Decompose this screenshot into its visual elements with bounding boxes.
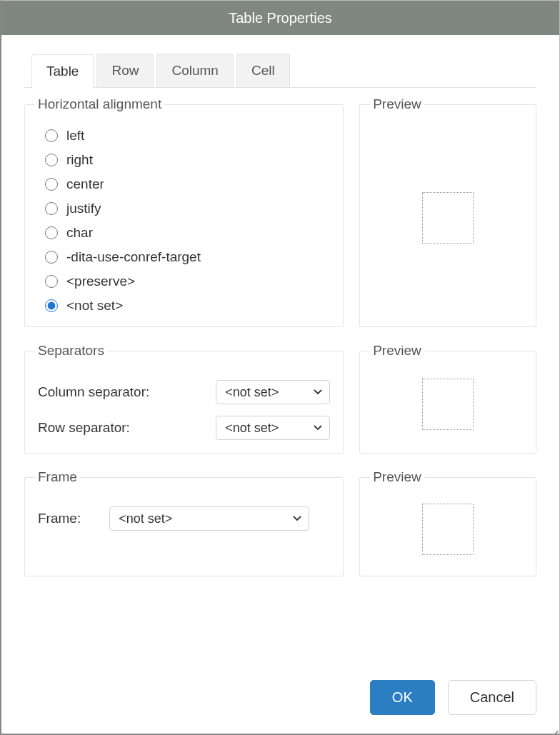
- frame-select[interactable]: <not set>: [109, 506, 309, 531]
- separators-row: Separators Column separator: <not set> R…: [24, 343, 536, 454]
- table-properties-dialog: Table Properties Table Row Column Cell H…: [0, 0, 560, 735]
- frame-preview-fieldset: Preview: [359, 469, 536, 576]
- halign-radio[interactable]: [45, 129, 58, 142]
- halign-radio[interactable]: [45, 299, 58, 312]
- separators-preview-area: [373, 369, 523, 440]
- halign-option[interactable]: char: [45, 225, 330, 241]
- separators-preview-square: [422, 379, 474, 430]
- frame-legend: Frame: [35, 469, 80, 485]
- halign-option[interactable]: <not set>: [45, 298, 330, 314]
- halign-option[interactable]: right: [45, 152, 330, 168]
- halign-legend: Horizontal alignment: [35, 96, 164, 112]
- halign-radio[interactable]: [45, 275, 58, 288]
- content-spacer: [24, 592, 536, 656]
- halign-option-label: <preserve>: [66, 274, 135, 289]
- halign-radio[interactable]: [45, 226, 58, 239]
- separators-preview-fieldset: Preview: [359, 343, 536, 454]
- tab-row[interactable]: Row: [96, 54, 154, 87]
- separators-fieldset: Separators Column separator: <not set> R…: [24, 343, 344, 454]
- row-separator-select[interactable]: <not set>: [216, 416, 330, 440]
- cancel-button[interactable]: Cancel: [448, 680, 536, 715]
- halign-option[interactable]: left: [45, 128, 330, 144]
- preview-legend-1: Preview: [370, 96, 424, 112]
- col-separator-row: Column separator: <not set>: [38, 380, 330, 404]
- halign-radio[interactable]: [45, 251, 58, 264]
- frame-row-block: Frame Frame: <not set> Preview: [24, 469, 536, 576]
- tab-bar: Table Row Column Cell: [24, 54, 536, 88]
- halign-option-label: -dita-use-conref-target: [66, 249, 201, 265]
- halign-radio[interactable]: [45, 154, 58, 166]
- halign-fieldset: Horizontal alignment leftrightcenterjust…: [24, 96, 344, 327]
- halign-radio-list: leftrightcenterjustifychar-dita-use-conr…: [38, 128, 330, 314]
- dialog-title-bar: Table Properties: [1, 1, 559, 35]
- col-separator-label: Column separator:: [38, 384, 149, 400]
- halign-option[interactable]: -dita-use-conref-target: [45, 249, 330, 265]
- halign-preview-square: [422, 192, 474, 244]
- halign-option-label: center: [66, 176, 104, 192]
- halign-row: Horizontal alignment leftrightcenterjust…: [24, 96, 536, 327]
- dialog-footer: OK Cancel: [1, 667, 559, 734]
- dialog-content: Table Row Column Cell Horizontal alignme…: [1, 35, 559, 667]
- preview-legend-2: Preview: [370, 343, 424, 359]
- tab-cell[interactable]: Cell: [236, 54, 290, 87]
- tab-table[interactable]: Table: [31, 54, 94, 88]
- ok-button[interactable]: OK: [370, 680, 435, 715]
- preview-legend-3: Preview: [370, 469, 424, 485]
- frame-preview-square: [422, 504, 474, 555]
- frame-label: Frame:: [38, 511, 81, 526]
- halign-option-label: <not set>: [66, 298, 123, 314]
- resize-handle-icon[interactable]: [546, 721, 559, 734]
- halign-preview-area: [373, 122, 523, 314]
- tab-column[interactable]: Column: [156, 54, 233, 87]
- halign-option[interactable]: center: [45, 176, 330, 192]
- halign-preview-fieldset: Preview: [359, 96, 536, 327]
- row-separator-row: Row separator: <not set>: [38, 416, 330, 440]
- halign-option-label: right: [66, 152, 93, 168]
- frame-fieldset: Frame Frame: <not set>: [24, 469, 344, 576]
- halign-option-label: left: [66, 128, 84, 144]
- halign-radio[interactable]: [45, 202, 58, 215]
- dialog-title: Table Properties: [229, 10, 332, 26]
- frame-preview-area: [373, 495, 523, 563]
- halign-option[interactable]: <preserve>: [45, 274, 330, 289]
- halign-option-label: justify: [66, 201, 101, 216]
- frame-control-row: Frame: <not set>: [38, 506, 330, 531]
- halign-option[interactable]: justify: [45, 201, 330, 216]
- halign-radio[interactable]: [45, 178, 58, 191]
- separators-legend: Separators: [35, 343, 107, 359]
- halign-option-label: char: [66, 225, 93, 241]
- col-separator-select[interactable]: <not set>: [216, 380, 330, 404]
- row-separator-label: Row separator:: [38, 420, 130, 436]
